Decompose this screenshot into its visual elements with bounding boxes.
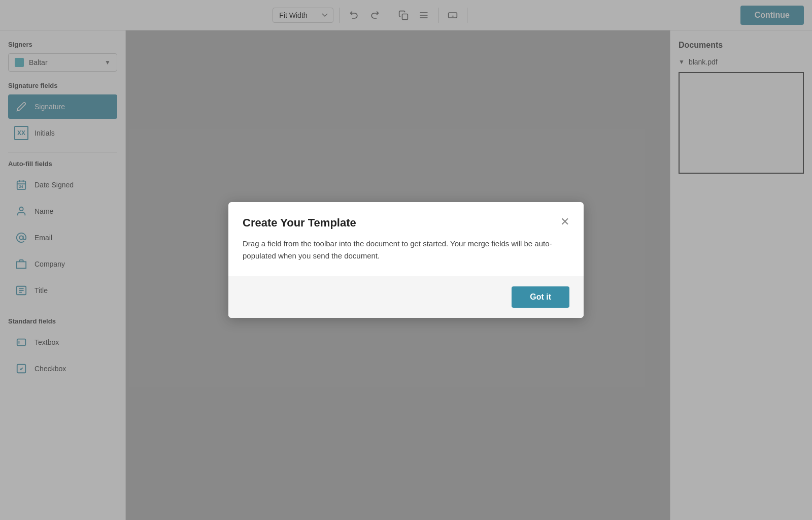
modal-footer: Got it xyxy=(228,276,584,318)
modal-header: Create Your Template ✕ xyxy=(228,202,584,238)
modal: Create Your Template ✕ Drag a field from… xyxy=(228,202,584,318)
modal-overlay: Create Your Template ✕ Drag a field from… xyxy=(0,0,812,520)
close-button[interactable]: ✕ xyxy=(560,216,569,228)
got-it-button[interactable]: Got it xyxy=(512,286,569,308)
modal-body-text: Drag a field from the toolbar into the d… xyxy=(243,238,569,262)
modal-title: Create Your Template xyxy=(243,216,356,230)
modal-body: Drag a field from the toolbar into the d… xyxy=(228,238,584,276)
